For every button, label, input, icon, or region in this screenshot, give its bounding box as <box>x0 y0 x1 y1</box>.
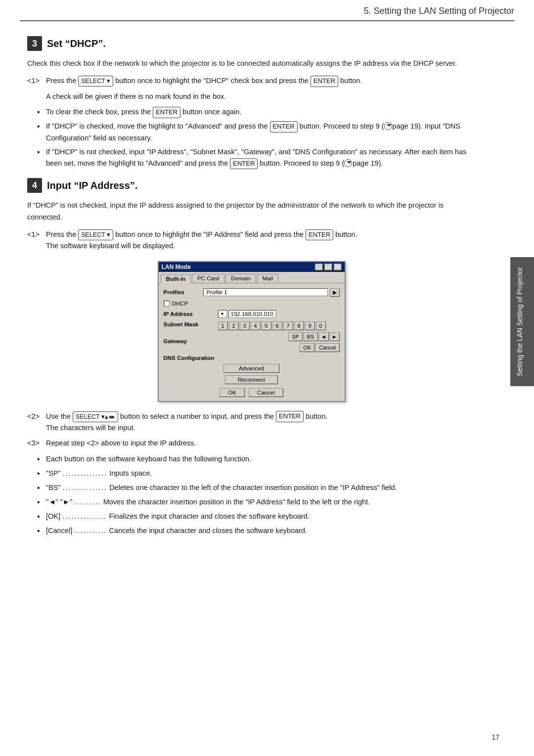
titlebar-controls[interactable]: _ □ ✕ <box>315 264 342 270</box>
subnet-label: Subnet Mask <box>164 321 218 327</box>
section4-bullets: • Each button on the software keyboard h… <box>37 453 476 537</box>
step1-content: Press the SELECT ▾ button once to highli… <box>46 75 476 87</box>
keyboard-row2: SP BS ◄ ► <box>218 332 340 341</box>
page-container: 5. Setting the LAN Setting of Projector … <box>0 0 534 756</box>
ip-label: IP Address <box>164 311 218 317</box>
bullet-item-ok: • [OK] ............... Finalizes the inp… <box>37 511 476 523</box>
ok-button[interactable]: OK <box>220 388 245 397</box>
section3-intro: Check this check box if the network to w… <box>27 58 476 69</box>
enter-key-1: ENTER <box>311 76 338 87</box>
section3-step1: <1> Press the SELECT ▾ button once to hi… <box>27 75 476 87</box>
section3-bullets: • To clear the check box, press the ENTE… <box>37 106 476 170</box>
bullet-item-arrows: • "◄" "►" ......... Moves the character … <box>37 496 476 508</box>
key-8[interactable]: 8 <box>294 321 304 330</box>
select-key-s4-2: SELECT ▾▴◂▸ <box>73 411 118 422</box>
section4-title: Input “IP Address”. <box>47 180 137 191</box>
indent-note: A check will be given if there is no mar… <box>46 91 476 102</box>
section4-step2: <2> Use the SELECT ▾▴◂▸ button to select… <box>27 411 476 434</box>
key-5[interactable]: 5 <box>262 321 271 330</box>
maximize-btn[interactable]: □ <box>324 264 332 270</box>
bullet-item: • To clear the check box, press the ENTE… <box>37 106 476 118</box>
bullet-item-cancel: • [Cancel] ........... Cancels the input… <box>37 525 476 537</box>
key-4[interactable]: 4 <box>251 321 261 330</box>
profile-arrow[interactable]: ▶ <box>330 288 340 297</box>
section4-intro: If “DHCP” is not checked, input the IP a… <box>27 200 476 222</box>
page-icon-2 <box>344 159 352 167</box>
profiles-row: Profiles Profile 1 ▶ <box>164 288 340 297</box>
ip-dropdown[interactable]: ▾ <box>218 310 227 318</box>
bullet-item-func: • Each button on the software keyboard h… <box>37 453 476 465</box>
key-6[interactable]: 6 <box>272 321 282 330</box>
gateway-label: Gateway <box>164 338 218 344</box>
ok-cancel-row: OK Cancel <box>164 388 340 397</box>
section4-heading: 4 Input “IP Address”. <box>27 178 476 193</box>
ip-row: IP Address ▾ 192.168.010.010 <box>164 310 340 318</box>
header-title: 5. Setting the LAN Setting of Projector <box>364 6 514 16</box>
section3-title: Set “DHCP”. <box>47 38 106 49</box>
section3-heading: 3 Set “DHCP”. <box>27 36 476 51</box>
step1-content-s4: Press the SELECT ▾ button once to highli… <box>46 229 476 252</box>
enter-key-clear: ENTER <box>153 107 180 118</box>
side-tab: Setting the LAN Setting of Projector <box>510 257 534 386</box>
dns-label: DNS Configuration <box>164 355 218 361</box>
bullet-item-sp: • "SP" ............... Inputs space. <box>37 468 476 480</box>
tab-domain[interactable]: Domain <box>225 274 256 283</box>
step2-num-s4: <2> <box>27 411 46 434</box>
key-7[interactable]: 7 <box>283 321 293 330</box>
tab-mail[interactable]: Mail <box>257 274 278 283</box>
bullet-item-bs: • "BS" ............... Deletes one chara… <box>37 482 476 494</box>
advanced-button[interactable]: Advanced <box>223 364 279 373</box>
enter-key-dhcp: ENTER <box>270 121 298 133</box>
key-0[interactable]: 0 <box>316 321 326 330</box>
advanced-btn-row: Advanced <box>164 364 340 373</box>
key-9[interactable]: 9 <box>305 321 315 330</box>
dhcp-row: DHCP <box>164 301 340 307</box>
tab-pccard[interactable]: PC Card <box>192 274 224 283</box>
step3-content-s4: Repeat step <2> above to input the IP ad… <box>46 438 476 449</box>
enter-key-notdhcp: ENTER <box>230 158 258 170</box>
dialog-box: LAN Mode _ □ ✕ Built-in PC Card Domain M… <box>158 261 346 402</box>
key-bs[interactable]: BS <box>304 332 318 341</box>
dialog-titlebar: LAN Mode _ □ ✕ <box>159 262 345 272</box>
key-ok-kb[interactable]: OK <box>300 343 314 352</box>
main-content: 3 Set “DHCP”. Check this check box if th… <box>0 21 510 556</box>
key-right[interactable]: ► <box>330 332 340 341</box>
tab-builtin[interactable]: Built-in <box>161 274 191 283</box>
section3-num: 3 <box>27 36 42 51</box>
enter-key-s4-2: ENTER <box>276 411 304 422</box>
dhcp-label: DHCP <box>172 301 188 307</box>
keyboard-row1: 1 2 3 4 5 6 7 8 9 0 <box>218 321 340 330</box>
profiles-label: Profiles <box>164 289 203 295</box>
keyboard-section: Subnet Mask Gateway DNS Configuration 1 … <box>164 321 340 361</box>
reconnect-btn-row: Reconnect <box>164 375 340 384</box>
dhcp-checkbox[interactable] <box>164 301 170 307</box>
cancel-button[interactable]: Cancel <box>249 388 283 397</box>
step2-content-s4: Use the SELECT ▾▴◂▸ button to select a n… <box>46 411 476 434</box>
keyboard-row3: OK Cancel <box>218 343 340 352</box>
reconnect-button[interactable]: Reconnect <box>225 375 278 384</box>
profiles-value: Profile 1 <box>203 288 328 296</box>
key-2[interactable]: 2 <box>229 321 239 330</box>
close-btn[interactable]: ✕ <box>334 264 342 270</box>
key-1[interactable]: 1 <box>218 321 228 330</box>
key-left[interactable]: ◄ <box>319 332 329 341</box>
section4-step1: <1> Press the SELECT ▾ button once to hi… <box>27 229 476 252</box>
key-3[interactable]: 3 <box>240 321 250 330</box>
dialog-title: LAN Mode <box>162 264 191 270</box>
keyboard-area: 1 2 3 4 5 6 7 8 9 0 <box>218 321 340 361</box>
select-key-1: SELECT ▾ <box>78 76 113 87</box>
step1-num-s4: <1> <box>27 229 46 252</box>
bullet-item: • If "DHCP" is not checked, input "IP Ad… <box>37 146 476 170</box>
minimize-btn[interactable]: _ <box>315 264 323 270</box>
key-cancel-kb[interactable]: Cancel <box>315 343 339 352</box>
enter-key-s4: ENTER <box>306 229 333 241</box>
page-number: 17 <box>491 733 499 741</box>
key-sp[interactable]: SP <box>288 332 303 341</box>
section4-step3: <3> Repeat step <2> above to input the I… <box>27 438 476 449</box>
step1-num: <1> <box>27 75 46 87</box>
dialog-body: Profiles Profile 1 ▶ DHCP IP Address ▾ 1… <box>159 283 345 401</box>
dialog-tabs: Built-in PC Card Domain Mail <box>159 272 345 283</box>
page-header: 5. Setting the LAN Setting of Projector <box>20 0 514 21</box>
select-key-s4: SELECT ▾ <box>78 229 113 240</box>
step3-num-s4: <3> <box>27 438 46 449</box>
